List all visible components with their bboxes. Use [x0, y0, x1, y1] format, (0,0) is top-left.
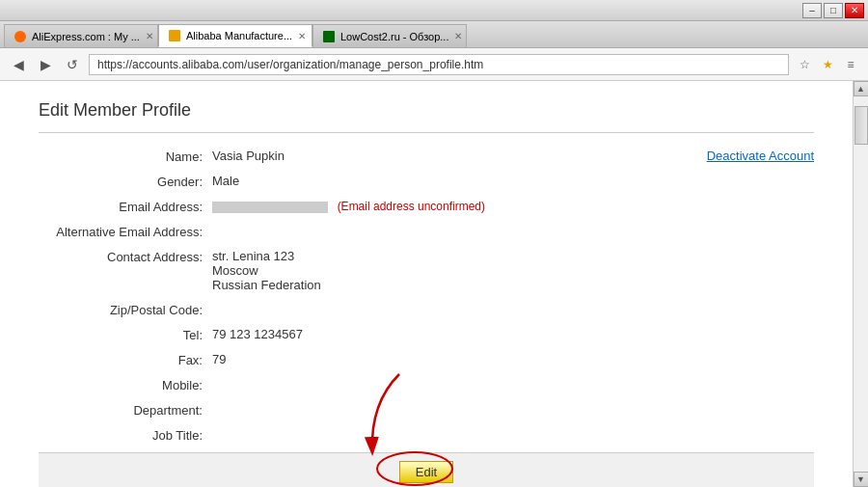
scroll-down-button[interactable]: ▼: [854, 472, 869, 487]
titlebar: – □ ✕: [0, 0, 868, 21]
fax-value: 79: [212, 352, 814, 366]
mobile-row: Mobile:: [39, 377, 814, 392]
tel-label: Tel:: [39, 327, 212, 342]
zip-label: Zip/Postal Code:: [39, 302, 212, 317]
email-blurred: [212, 202, 328, 213]
name-label: Name:: [39, 149, 212, 164]
tab-close-lowcost[interactable]: ✕: [454, 31, 462, 41]
scrollbar: ▲ ▼: [853, 81, 868, 487]
tab-label-alibaba: Alibaba Manufacture...: [186, 30, 292, 41]
contact-address-row: Contact Address: str. Lenina 123MoscowRu…: [39, 249, 814, 292]
scroll-thumb[interactable]: [854, 106, 868, 145]
tab-favicon-aliexpress: [14, 31, 26, 42]
refresh-button[interactable]: ↺: [62, 54, 83, 75]
tel-value: 79 123 1234567: [212, 327, 814, 341]
gender-value: Male: [212, 174, 814, 188]
tab-close-alibaba[interactable]: ✕: [298, 31, 306, 41]
alt-email-label: Alternative Email Address:: [39, 224, 212, 239]
footer-bar: Edit: [39, 452, 814, 487]
job-title-row: Job Title:: [39, 427, 814, 443]
tel-row: Tel: 79 123 1234567: [39, 327, 814, 342]
top-row: Edit Member Profile: [39, 100, 814, 132]
email-value: (Email address unconfirmed): [212, 199, 814, 213]
tab-favicon-alibaba: [169, 30, 180, 41]
mobile-label: Mobile:: [39, 377, 212, 392]
department-label: Department:: [39, 402, 212, 418]
page-area: Edit Member Profile Deactivate Account N…: [0, 81, 868, 487]
back-button[interactable]: ◀: [8, 54, 29, 75]
page-title: Edit Member Profile: [39, 100, 191, 121]
fax-label: Fax:: [39, 352, 212, 367]
bookmark-star-icon[interactable]: ☆: [795, 55, 814, 74]
tab-bar: AliExpress.com : My ... ✕ Alibaba Manufa…: [0, 21, 868, 48]
name-row: Name: Vasia Pupkin: [39, 149, 814, 164]
contact-address-label: Contact Address:: [39, 249, 212, 264]
minimize-button[interactable]: –: [802, 3, 822, 18]
tab-label-lowcost: LowCost2.ru - Обзор...: [340, 31, 448, 42]
divider: [39, 132, 814, 133]
tab-favicon-lowcost: [323, 31, 335, 42]
fax-row: Fax: 79: [39, 352, 814, 367]
alt-email-row: Alternative Email Address:: [39, 224, 814, 239]
menu-icon[interactable]: ≡: [841, 55, 860, 74]
gender-row: Gender: Male: [39, 174, 814, 189]
address-input[interactable]: [89, 54, 789, 75]
edit-button-container: Edit: [399, 461, 453, 483]
name-section: Deactivate Account Name: Vasia Pupkin: [39, 149, 814, 164]
edit-button[interactable]: Edit: [399, 461, 453, 483]
window-controls: – □ ✕: [802, 3, 864, 18]
bookmark-icon[interactable]: ★: [818, 55, 837, 74]
scroll-up-button[interactable]: ▲: [854, 81, 869, 96]
tab-lowcost[interactable]: LowCost2.ru - Обзор... ✕: [312, 24, 467, 47]
job-title-label: Job Title:: [39, 427, 212, 443]
tab-close-aliexpress[interactable]: ✕: [146, 31, 153, 41]
email-label: Email Address:: [39, 199, 212, 214]
scroll-track: [854, 96, 868, 472]
contact-address-value: str. Lenina 123MoscowRussian Federation: [212, 249, 814, 292]
deactivate-account-link[interactable]: Deactivate Account: [707, 149, 814, 163]
toolbar-icons: ☆ ★ ≡: [795, 55, 860, 74]
tab-label-aliexpress: AliExpress.com : My ...: [32, 31, 140, 42]
page-content: Edit Member Profile Deactivate Account N…: [0, 81, 853, 487]
gender-label: Gender:: [39, 174, 212, 189]
maximize-button[interactable]: □: [824, 3, 843, 18]
department-row: Department:: [39, 402, 814, 418]
address-bar: ◀ ▶ ↺ ☆ ★ ≡: [0, 48, 868, 81]
tab-alibaba[interactable]: Alibaba Manufacture... ✕: [158, 24, 312, 47]
forward-button[interactable]: ▶: [35, 54, 56, 75]
close-button[interactable]: ✕: [845, 3, 864, 18]
email-unconfirmed-text: (Email address unconfirmed): [338, 200, 485, 213]
email-row: Email Address: (Email address unconfirme…: [39, 199, 814, 214]
zip-row: Zip/Postal Code:: [39, 302, 814, 317]
tab-aliexpress[interactable]: AliExpress.com : My ... ✕: [4, 24, 158, 47]
